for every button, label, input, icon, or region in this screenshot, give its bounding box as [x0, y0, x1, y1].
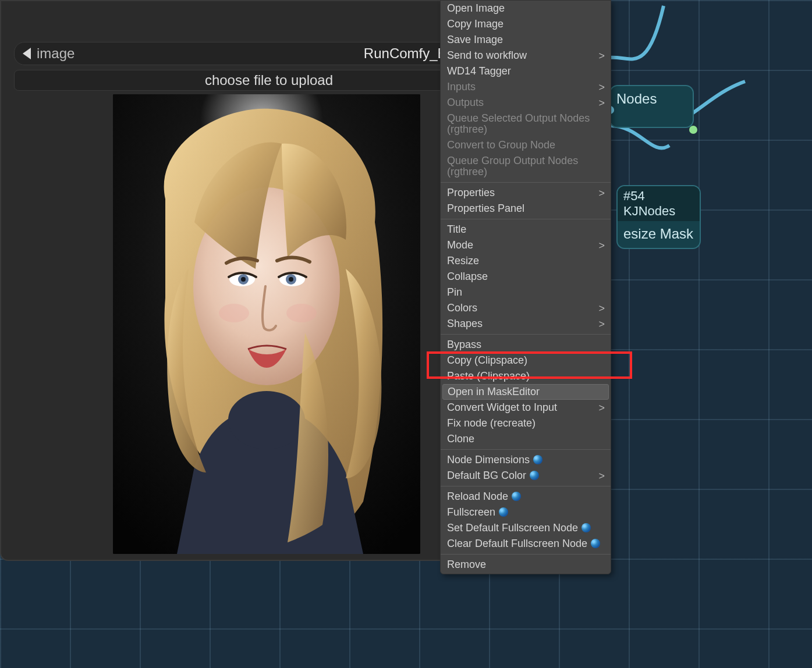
image-widget-label: image: [37, 45, 75, 62]
menu-properties[interactable]: Properties>: [441, 185, 611, 201]
menu-separator: [441, 334, 611, 335]
menu-separator: [441, 219, 611, 219]
menu-paste-clipspace[interactable]: Paste (Clipspace): [441, 368, 611, 384]
menu-save-image[interactable]: Save Image: [441, 32, 611, 48]
triangle-left-icon: [23, 48, 31, 59]
menu-open-image[interactable]: Open Image: [441, 1, 611, 16]
menu-fullscreen[interactable]: Fullscreen: [441, 504, 611, 520]
chevron-right-icon: >: [598, 402, 605, 413]
menu-convert-widget-input[interactable]: Convert Widget to Input>: [441, 400, 611, 415]
menu-open-mask-editor[interactable]: Open in MaskEditor: [442, 384, 609, 400]
svg-point-2: [228, 391, 305, 449]
menu-colors[interactable]: Colors>: [441, 300, 611, 316]
chevron-right-icon: >: [598, 97, 605, 108]
menu-pin[interactable]: Pin: [441, 285, 611, 300]
svg-point-9: [289, 277, 293, 282]
menu-separator: [441, 554, 611, 555]
menu-properties-panel[interactable]: Properties Panel: [441, 201, 611, 216]
menu-node-dimensions[interactable]: Node Dimensions: [441, 452, 611, 468]
menu-separator: [441, 449, 611, 450]
menu-shapes[interactable]: Shapes>: [441, 316, 611, 332]
menu-convert-group-node[interactable]: Convert to Group Node: [441, 137, 611, 153]
kjnodes-top-label: Nodes: [616, 91, 657, 106]
menu-clear-default-fullscreen[interactable]: Clear Default Fullscreen Node: [441, 536, 611, 552]
menu-wd14-tagger[interactable]: WD14 Tagger: [441, 63, 611, 79]
menu-separator: [441, 486, 611, 486]
menu-title[interactable]: Title: [441, 222, 611, 237]
menu-mode[interactable]: Mode>: [441, 237, 611, 253]
menu-copy-image[interactable]: Copy Image: [441, 16, 611, 32]
globe-icon: [512, 492, 521, 501]
kjnode-mid-sub: esize Mask: [623, 226, 693, 241]
chevron-right-icon: >: [598, 50, 605, 61]
globe-icon: [499, 507, 508, 517]
menu-outputs[interactable]: Outputs>: [441, 95, 611, 111]
menu-send-to-workflow[interactable]: Send to workflow>: [441, 48, 611, 63]
chevron-right-icon: >: [598, 470, 605, 481]
chevron-right-icon: >: [598, 81, 605, 93]
menu-separator: [441, 182, 611, 183]
globe-icon: [530, 471, 539, 480]
menu-set-default-fullscreen[interactable]: Set Default Fullscreen Node: [441, 520, 611, 536]
menu-queue-selected-output[interactable]: Queue Selected Output Nodes (rgthree): [441, 111, 611, 137]
svg-point-8: [241, 277, 246, 282]
kjnode-mid-title: #54 KJNodes: [623, 189, 675, 218]
upload-button-label: choose file to upload: [205, 72, 333, 88]
menu-queue-group-output[interactable]: Queue Group Output Nodes (rgthree): [441, 153, 611, 180]
kjnodes-node-54[interactable]: #54 KJNodes esize Mask: [616, 185, 701, 249]
menu-collapse[interactable]: Collapse: [441, 269, 611, 285]
menu-inputs[interactable]: Inputs>: [441, 79, 611, 95]
menu-remove[interactable]: Remove: [441, 557, 611, 573]
image-preview[interactable]: [113, 94, 420, 554]
menu-bypass[interactable]: Bypass: [441, 337, 611, 353]
svg-point-11: [286, 304, 317, 322]
menu-fix-node[interactable]: Fix node (recreate): [441, 415, 611, 431]
chevron-right-icon: >: [598, 187, 605, 198]
chevron-right-icon: >: [598, 303, 605, 314]
kjnodes-node-top[interactable]: Nodes: [609, 85, 694, 128]
svg-point-10: [219, 304, 249, 322]
menu-copy-clipspace[interactable]: Copy (Clipspace): [441, 353, 611, 368]
node-output-port[interactable]: [689, 126, 697, 134]
globe-icon: [533, 455, 542, 464]
chevron-right-icon: >: [598, 318, 605, 329]
globe-icon: [591, 539, 600, 548]
menu-default-bg-color[interactable]: Default BG Color>: [441, 468, 611, 484]
globe-icon: [581, 523, 591, 532]
chevron-right-icon: >: [598, 240, 605, 251]
menu-clone[interactable]: Clone: [441, 431, 611, 447]
menu-resize[interactable]: Resize: [441, 253, 611, 269]
menu-reload-node[interactable]: Reload Node: [441, 489, 611, 504]
context-menu: Open Image Copy Image Save Image Send to…: [440, 0, 611, 574]
